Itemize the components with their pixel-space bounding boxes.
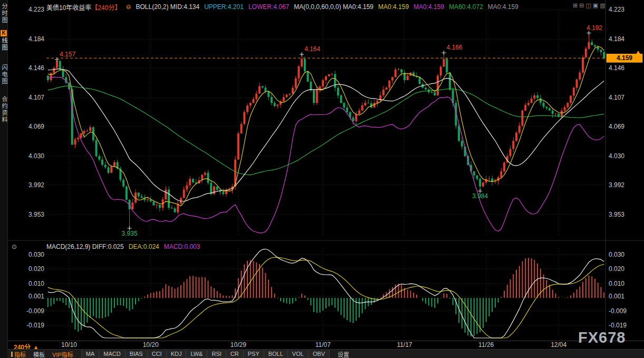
macd-pane-toggle-icon[interactable]: ⊙ bbox=[12, 243, 17, 250]
tab-lwr[interactable]: LW& bbox=[186, 350, 207, 358]
svg-text:11/07: 11/07 bbox=[315, 341, 331, 349]
current-price-layer: 4.159 bbox=[46, 51, 642, 62]
svg-text:4.223: 4.223 bbox=[609, 6, 624, 13]
svg-text:0.001: 0.001 bbox=[28, 293, 44, 300]
chart-header: 美债10年收益率【240分】 ⊖ BOLL(20,2) MID:4.134 UP… bbox=[46, 3, 518, 11]
svg-text:4.107: 4.107 bbox=[28, 94, 44, 101]
sidebar-item-contract-info[interactable]: 合约资料 bbox=[0, 96, 7, 123]
svg-text:10/20: 10/20 bbox=[143, 341, 159, 349]
candles-layer bbox=[47, 33, 605, 228]
svg-text:4.159: 4.159 bbox=[617, 54, 632, 62]
sidebar-item-kline-chart[interactable]: K 线图 bbox=[0, 30, 7, 53]
svg-text:11/17: 11/17 bbox=[397, 341, 412, 349]
svg-text:4.069: 4.069 bbox=[28, 123, 44, 130]
svg-text:4.223: 4.223 bbox=[28, 6, 44, 13]
ma60-label: MA60:4.072 bbox=[449, 3, 483, 11]
svg-text:3.992: 3.992 bbox=[609, 181, 624, 189]
macd-diff-label: MACD(26,12,9) DIFF:0.025 bbox=[46, 243, 124, 250]
ma0-magenta-label: MA0:4.159 bbox=[414, 3, 444, 11]
tab-vol[interactable]: VOL bbox=[287, 350, 308, 358]
macd-header: MACD(26,12,9) DIFF:0.025 DEA:0.024 MACD:… bbox=[46, 243, 200, 250]
svg-text:4.192: 4.192 bbox=[587, 24, 602, 32]
tab-cci[interactable]: CCI bbox=[147, 350, 166, 358]
tab-rsi[interactable]: RSI bbox=[207, 350, 225, 358]
layout-full-icon[interactable]: ▣ bbox=[593, 2, 598, 8]
tab-ma[interactable]: MA bbox=[81, 350, 99, 358]
ma0-gray-label: MA0:4.159 bbox=[488, 3, 518, 11]
svg-text:10/10: 10/10 bbox=[61, 341, 77, 349]
tab-kdj[interactable]: KDJ bbox=[166, 350, 186, 358]
svg-text:3.935: 3.935 bbox=[122, 230, 138, 237]
tab-bias[interactable]: BIAS bbox=[125, 350, 147, 358]
ma0-yellow-label: MA0:4.159 bbox=[378, 3, 409, 11]
tab-psy[interactable]: PSY bbox=[243, 350, 264, 358]
svg-text:0.001: 0.001 bbox=[609, 293, 624, 300]
svg-text:0.030: 0.030 bbox=[609, 251, 624, 258]
svg-text:4.030: 4.030 bbox=[28, 152, 44, 160]
svg-text:0.030: 0.030 bbox=[28, 251, 44, 258]
svg-text:4.157: 4.157 bbox=[60, 51, 75, 58]
svg-text:10/29: 10/29 bbox=[230, 341, 246, 349]
svg-text:0.010: 0.010 bbox=[609, 280, 624, 287]
layout-split-icon[interactable]: ⊟ bbox=[579, 2, 584, 8]
svg-text:4.184: 4.184 bbox=[609, 35, 624, 43]
svg-text:-0.009: -0.009 bbox=[26, 307, 44, 315]
sidebar-item-lightning-chart[interactable]: 闪电图 bbox=[0, 64, 7, 85]
svg-text:4.166: 4.166 bbox=[446, 44, 462, 51]
overlay-ma-lines bbox=[48, 46, 604, 233]
svg-text:4.030: 4.030 bbox=[609, 152, 624, 160]
tab-template[interactable]: 模板 bbox=[30, 350, 49, 358]
sidebar-item-kline-label: 线图 bbox=[0, 37, 8, 51]
ma-settings-label: MA(0,0,0,60,0,0) MA0:4.159 bbox=[294, 3, 373, 11]
svg-text:4.164: 4.164 bbox=[304, 45, 320, 53]
svg-text:-0.019: -0.019 bbox=[609, 322, 627, 329]
layout-rows-icon[interactable]: ▥ bbox=[600, 2, 605, 8]
svg-text:4.184: 4.184 bbox=[28, 35, 44, 43]
svg-text:3.992: 3.992 bbox=[28, 181, 44, 189]
macd-dea-label: DEA:0.024 bbox=[129, 243, 159, 250]
svg-text:4.146: 4.146 bbox=[609, 64, 624, 72]
tab-indicator-label: 指标 bbox=[14, 350, 26, 358]
svg-text:3.984: 3.984 bbox=[472, 192, 488, 200]
fx678-watermark: FX678 bbox=[578, 329, 626, 346]
tab-boll[interactable]: BOLL bbox=[264, 350, 287, 358]
bottom-toolbar: 指标 模板 VIP指标 MA MACD BIAS CCI KDJ LW& RSI… bbox=[7, 349, 644, 358]
macd-value-label: MACD:0.003 bbox=[164, 243, 200, 250]
layout-grid-icon[interactable]: ⊞ bbox=[573, 2, 578, 8]
svg-text:12/04: 12/04 bbox=[551, 341, 566, 349]
svg-text:4.107: 4.107 bbox=[609, 94, 624, 101]
tab-obv[interactable]: OBV bbox=[308, 350, 330, 358]
grid-lines bbox=[46, 9, 605, 338]
svg-text:4.069: 4.069 bbox=[609, 123, 624, 130]
instrument-title: 美债10年收益率 bbox=[46, 3, 91, 12]
left-sidebar: 分时图 K 线图 闪电图 合约资料 bbox=[0, 0, 8, 358]
svg-text:0.020: 0.020 bbox=[28, 265, 44, 273]
pane-separators bbox=[7, 0, 644, 341]
svg-text:0.020: 0.020 bbox=[609, 265, 624, 273]
svg-text:3.953: 3.953 bbox=[28, 211, 44, 218]
period-label[interactable]: 【240分】 bbox=[91, 3, 121, 12]
current-price-badge: 4.159 bbox=[607, 54, 642, 62]
layout-column-icon[interactable]: ◫ bbox=[585, 2, 591, 8]
indicator-bullet-icon bbox=[11, 352, 13, 357]
tab-settings[interactable]: 设置 bbox=[334, 350, 353, 358]
svg-text:-0.019: -0.019 bbox=[26, 322, 44, 329]
svg-text:0.010: 0.010 bbox=[28, 280, 44, 287]
boll-lower-label: LOWER:4.067 bbox=[248, 3, 289, 11]
boll-mid-label: BOLL(20,2) MID:4.134 bbox=[136, 3, 199, 11]
kline-badge-icon: K bbox=[1, 30, 7, 36]
sidebar-item-time-chart[interactable]: 分时图 bbox=[0, 3, 7, 24]
tab-indicator[interactable]: 指标 bbox=[7, 350, 30, 358]
svg-text:11/26: 11/26 bbox=[478, 341, 494, 349]
tab-macd[interactable]: MACD bbox=[99, 350, 124, 358]
boll-upper-label: UPPER:4.201 bbox=[204, 3, 244, 11]
chart-canvas[interactable]: 4.2234.2234.1844.1844.1464.1464.1074.107… bbox=[0, 0, 644, 358]
collapse-icon[interactable]: ⊖ bbox=[126, 3, 131, 11]
tab-cr[interactable]: CR bbox=[226, 350, 243, 358]
layout-icons-group: ⊞ ⊟ ◫ ▣ ▥ bbox=[573, 2, 605, 8]
svg-text:4.146: 4.146 bbox=[28, 64, 44, 72]
macd-lines bbox=[48, 249, 604, 338]
svg-text:3.953: 3.953 bbox=[609, 211, 624, 218]
tab-vip-indicator[interactable]: VIP指标 bbox=[49, 350, 77, 358]
chart-app-window: { "window": {"title": "美债10年收益率 240分 K线图… bbox=[0, 0, 644, 358]
